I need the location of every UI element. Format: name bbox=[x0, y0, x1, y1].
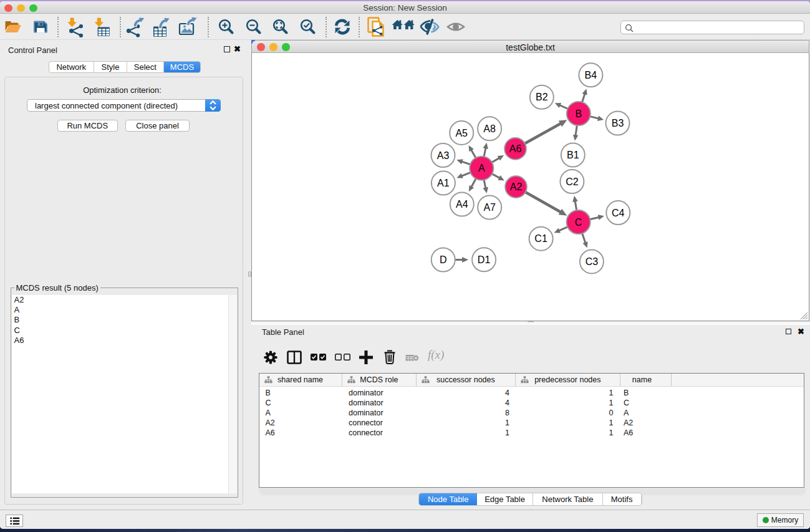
svg-text:B2: B2 bbox=[536, 92, 548, 102]
svg-text:B3: B3 bbox=[612, 118, 624, 128]
svg-text:C4: C4 bbox=[612, 208, 625, 218]
svg-text:C2: C2 bbox=[566, 177, 579, 187]
svg-text:A4: A4 bbox=[456, 199, 468, 210]
svg-text:C: C bbox=[575, 217, 582, 228]
svg-text:C1: C1 bbox=[534, 233, 547, 244]
svg-text:A5: A5 bbox=[455, 128, 468, 138]
svg-text:D1: D1 bbox=[478, 254, 491, 265]
svg-text:A: A bbox=[478, 163, 485, 173]
svg-text:A7: A7 bbox=[483, 202, 496, 213]
svg-text:C3: C3 bbox=[586, 256, 599, 267]
svg-text:B4: B4 bbox=[585, 70, 597, 80]
svg-text:A2: A2 bbox=[510, 181, 523, 192]
svg-text:A8: A8 bbox=[483, 123, 496, 134]
svg-text:D: D bbox=[440, 254, 447, 265]
svg-text:B1: B1 bbox=[567, 150, 579, 160]
svg-text:A1: A1 bbox=[437, 178, 450, 188]
svg-text:B: B bbox=[575, 109, 582, 119]
svg-text:A6: A6 bbox=[509, 143, 522, 154]
svg-text:A3: A3 bbox=[437, 150, 450, 161]
